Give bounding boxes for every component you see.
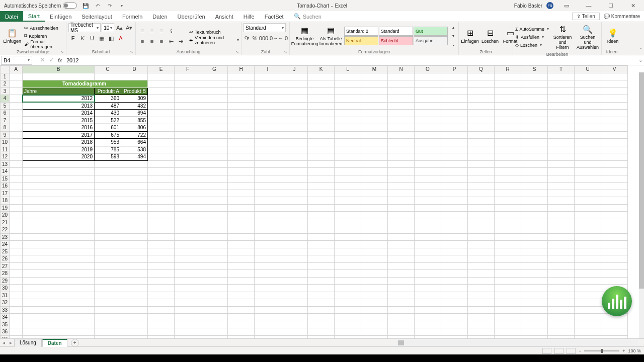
- cell-T30[interactable]: [548, 285, 575, 292]
- cell-T31[interactable]: [548, 292, 575, 299]
- cell-I19[interactable]: [255, 204, 281, 212]
- cell-L9[interactable]: [335, 131, 361, 139]
- cell-V21[interactable]: [601, 219, 628, 226]
- cell-G36[interactable]: [201, 328, 228, 336]
- cell-K7[interactable]: [308, 117, 335, 124]
- cell-U6[interactable]: [575, 110, 601, 117]
- zoom-out-button[interactable]: −: [579, 348, 581, 353]
- cell-I5[interactable]: [255, 102, 281, 110]
- cell-F29[interactable]: [175, 277, 201, 285]
- cell-N5[interactable]: [388, 102, 415, 110]
- cell-J5[interactable]: [281, 102, 308, 110]
- cell-K9[interactable]: [308, 131, 335, 139]
- cell-A1[interactable]: [10, 73, 23, 80]
- cell-T10[interactable]: [548, 139, 575, 146]
- row-header-6[interactable]: 6: [1, 110, 10, 117]
- cell-P34[interactable]: [441, 314, 468, 321]
- font-name-combo[interactable]: Trebuchet MS▾: [68, 23, 101, 32]
- ribbon-tab-formeln[interactable]: Formeln: [117, 11, 147, 22]
- cell-J32[interactable]: [281, 299, 308, 307]
- cell-O19[interactable]: [415, 204, 441, 212]
- cell-A9[interactable]: [10, 131, 23, 139]
- cell-S5[interactable]: [521, 102, 548, 110]
- column-header-J[interactable]: J: [281, 66, 308, 73]
- cell-N11[interactable]: [388, 146, 415, 153]
- ribbon-tab-daten[interactable]: Daten: [147, 11, 172, 22]
- cell-U25[interactable]: [575, 248, 601, 255]
- cell-Q21[interactable]: [468, 219, 495, 226]
- cell-V22[interactable]: [601, 226, 628, 234]
- row-header-26[interactable]: 26: [1, 255, 10, 263]
- cell-B34[interactable]: [23, 314, 95, 321]
- cell-R29[interactable]: [495, 277, 521, 285]
- cell-Q36[interactable]: [468, 328, 495, 336]
- cell-H33[interactable]: [228, 306, 255, 314]
- cell-H27[interactable]: [228, 262, 255, 270]
- cell-B23[interactable]: [23, 233, 95, 241]
- ribbon-tab-factset[interactable]: FactSet: [260, 11, 289, 22]
- cell-A20[interactable]: [10, 212, 23, 219]
- cell-P12[interactable]: [441, 153, 468, 161]
- cell-C20[interactable]: [95, 212, 121, 219]
- cell-N4[interactable]: [388, 95, 415, 103]
- cell-I7[interactable]: [255, 117, 281, 124]
- row-header-30[interactable]: 30: [1, 285, 10, 292]
- cell-U15[interactable]: [575, 175, 601, 183]
- cell-F1[interactable]: [175, 73, 201, 80]
- cell-K14[interactable]: [308, 168, 335, 175]
- row-header-13[interactable]: 13: [1, 160, 10, 168]
- cell-F4[interactable]: [175, 95, 201, 103]
- cell-C27[interactable]: [95, 262, 121, 270]
- cell-F28[interactable]: [175, 270, 201, 278]
- cell-C16[interactable]: [95, 183, 121, 190]
- select-all-cell[interactable]: [1, 66, 10, 73]
- cell-E33[interactable]: [148, 306, 175, 314]
- cell-J21[interactable]: [281, 219, 308, 226]
- cell-C17[interactable]: [95, 190, 121, 197]
- cell-R5[interactable]: [495, 102, 521, 110]
- cell-U20[interactable]: [575, 212, 601, 219]
- cell-N6[interactable]: [388, 110, 415, 117]
- cell-J6[interactable]: [281, 110, 308, 117]
- column-header-L[interactable]: L: [335, 66, 361, 73]
- column-header-M[interactable]: M: [361, 66, 388, 73]
- cell-D29[interactable]: [121, 277, 148, 285]
- column-header-G[interactable]: G: [201, 66, 228, 73]
- cell-T13[interactable]: [548, 160, 575, 168]
- cell-N9[interactable]: [388, 131, 415, 139]
- cell-V8[interactable]: [601, 124, 628, 132]
- cell-B19[interactable]: [23, 204, 95, 212]
- row-header-5[interactable]: 5: [1, 102, 10, 110]
- cell-Q34[interactable]: [468, 314, 495, 321]
- cell-H4[interactable]: [228, 95, 255, 103]
- cell-Q31[interactable]: [468, 292, 495, 299]
- cell-R15[interactable]: [495, 175, 521, 183]
- cell-P10[interactable]: [441, 139, 468, 146]
- cell-H12[interactable]: [228, 153, 255, 161]
- cell-E2[interactable]: [148, 80, 175, 88]
- cell-J8[interactable]: [281, 124, 308, 132]
- cell-K20[interactable]: [308, 212, 335, 219]
- column-header-T[interactable]: T: [548, 66, 575, 73]
- cell-B26[interactable]: [23, 255, 95, 263]
- cell-I24[interactable]: [255, 241, 281, 248]
- cell-R28[interactable]: [495, 270, 521, 278]
- cell-B33[interactable]: [23, 306, 95, 314]
- cell-V12[interactable]: [601, 153, 628, 161]
- cell-N18[interactable]: [388, 197, 415, 205]
- cell-K25[interactable]: [308, 248, 335, 255]
- cell-M30[interactable]: [361, 285, 388, 292]
- cell-C13[interactable]: [95, 160, 121, 168]
- cell-F27[interactable]: [175, 262, 201, 270]
- cell-J24[interactable]: [281, 241, 308, 248]
- cell-H32[interactable]: [228, 299, 255, 307]
- cell-A33[interactable]: [10, 306, 23, 314]
- cell-H1[interactable]: [228, 73, 255, 80]
- cut-button[interactable]: ✂Ausschneiden: [24, 24, 64, 32]
- cell-P18[interactable]: [441, 197, 468, 205]
- cell-V24[interactable]: [601, 241, 628, 248]
- cell-B31[interactable]: [23, 292, 95, 299]
- cell-V18[interactable]: [601, 197, 628, 205]
- cell-D17[interactable]: [121, 190, 148, 197]
- cell-B32[interactable]: [23, 299, 95, 307]
